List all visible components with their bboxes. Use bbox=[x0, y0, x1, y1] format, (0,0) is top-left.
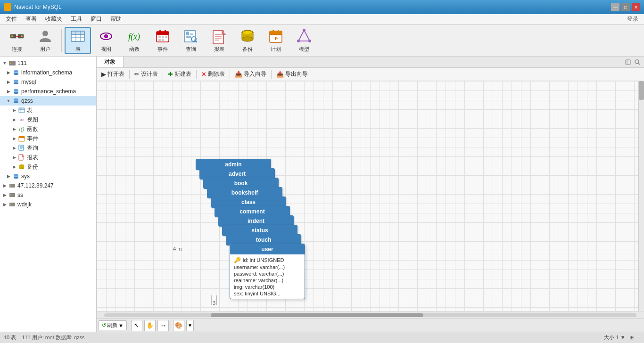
menu-window[interactable]: 窗口 bbox=[87, 14, 106, 24]
toolbar-event-button[interactable]: 事件 bbox=[149, 27, 176, 54]
sidebar-item-sys[interactable]: ▶ sys bbox=[0, 172, 96, 181]
sidebar-item-47112[interactable]: ▶ 47.112.39.247 bbox=[0, 181, 96, 190]
arrow-sys[interactable]: ▶ bbox=[6, 173, 11, 179]
svg-rect-17 bbox=[157, 32, 169, 35]
sidebar-item-qzss-view[interactable]: ▶ ∞ 视图 bbox=[0, 115, 96, 124]
toolbar-view-button[interactable]: 视图 bbox=[93, 27, 119, 54]
er-table-user[interactable]: user 🔑 id: int UNSIGNED username: varcha… bbox=[230, 244, 305, 299]
move-tool-button[interactable]: ↔ bbox=[157, 320, 169, 331]
arrow-info-schema[interactable]: ▶ bbox=[6, 70, 11, 75]
arrow-qzss-query[interactable]: ▶ bbox=[11, 145, 17, 151]
toolbar-schedule-button[interactable]: 计划 bbox=[263, 27, 289, 54]
field-img-text: img: varchar(100) bbox=[234, 284, 274, 290]
minimize-button[interactable]: — bbox=[611, 3, 619, 11]
export-wizard-button[interactable]: 📤 导出向导 bbox=[273, 69, 311, 79]
scrollbar-thumb[interactable] bbox=[211, 313, 424, 317]
new-table-button[interactable]: ✚ 新建表 bbox=[165, 69, 194, 79]
er-note-4m: 4 m bbox=[173, 246, 182, 252]
sidebar-item-information-schema[interactable]: ▶ information_schema bbox=[0, 68, 96, 77]
er-field-username: username: varchar(...) bbox=[234, 264, 301, 270]
sec-sep-2 bbox=[163, 70, 163, 79]
import-wizard-button[interactable]: 📥 导入向导 bbox=[232, 69, 269, 79]
menu-login[interactable]: 登录 bbox=[627, 15, 642, 23]
er-scrollbar-vertical[interactable] bbox=[638, 81, 644, 311]
svg-point-85 bbox=[10, 195, 11, 196]
sidebar-item-ss[interactable]: ▶ ss bbox=[0, 190, 96, 200]
refresh-dropdown-arrow: ▼ bbox=[118, 323, 124, 328]
menu-help[interactable]: 帮助 bbox=[107, 14, 125, 24]
color-dropdown-button[interactable]: ▼ bbox=[186, 320, 194, 331]
cursor-tool-button[interactable]: ↖ bbox=[131, 320, 142, 331]
toolbar-model-button[interactable]: 模型 bbox=[291, 27, 317, 54]
sec-sep-1 bbox=[129, 70, 130, 79]
close-button[interactable]: ✕ bbox=[632, 3, 640, 11]
sidebar-item-qzss-report[interactable]: ▶ 报表 bbox=[0, 153, 96, 162]
arrow-qzss-function[interactable]: ▶ bbox=[11, 126, 17, 132]
toolbar-model-label: 模型 bbox=[299, 46, 309, 53]
sec-sep-5 bbox=[271, 70, 272, 79]
er-scrollbar-thumb-v[interactable] bbox=[639, 81, 644, 100]
arrow-ss[interactable]: ▶ bbox=[2, 192, 8, 198]
tab-pin-button[interactable] bbox=[623, 57, 633, 67]
arrow-qzss-backup[interactable]: ▶ bbox=[11, 164, 17, 170]
menu-tools[interactable]: 工具 bbox=[67, 14, 86, 24]
arrow-wdsjk[interactable]: ▶ bbox=[2, 202, 8, 207]
arrow-qzss-table[interactable]: ▶ bbox=[11, 107, 17, 113]
scrollbar-track[interactable] bbox=[104, 313, 636, 317]
sidebar-item-qzss-table[interactable]: ▶ 表 bbox=[0, 106, 96, 115]
arrow-47112[interactable]: ▶ bbox=[2, 183, 8, 188]
er-field-password: password: varchar(...) bbox=[234, 270, 301, 277]
sidebar-item-performance-schema[interactable]: ▶ performance_schema bbox=[0, 87, 96, 96]
design-table-button[interactable]: ✏ 设计表 bbox=[132, 69, 161, 79]
menu-favorites[interactable]: 收藏夹 bbox=[41, 14, 66, 24]
sidebar-item-server-111[interactable]: ▼ 111 bbox=[0, 58, 96, 68]
sidebar-item-qzss-function[interactable]: ▶ f() 函数 bbox=[0, 124, 96, 134]
sidebar-item-wdsjk[interactable]: ▶ wdsjk bbox=[0, 200, 96, 209]
content-scrollbar-h[interactable] bbox=[97, 311, 644, 318]
table-icon-qzss bbox=[18, 106, 25, 114]
qzss-query-label: 查询 bbox=[27, 144, 38, 152]
toolbar-table-label: 表 bbox=[75, 46, 81, 53]
toolbar-query-button[interactable]: 查询 bbox=[178, 27, 204, 54]
open-table-button[interactable]: ▶ 打开表 bbox=[99, 69, 127, 79]
arrow-qzss[interactable]: ▼ bbox=[6, 98, 11, 104]
color-tool-button[interactable]: 🎨 bbox=[173, 320, 184, 331]
sidebar-item-qzss[interactable]: ▼ qzss bbox=[0, 96, 96, 106]
grid-view-icon[interactable]: ⊞ bbox=[629, 335, 634, 341]
title-bar-controls[interactable]: — □ ✕ bbox=[611, 3, 640, 11]
toolbar-backup-button[interactable]: 备份 bbox=[234, 27, 261, 54]
menu-file[interactable]: 文件 bbox=[2, 14, 21, 24]
sidebar-item-mysql[interactable]: ▶ mysql bbox=[0, 77, 96, 87]
svg-line-91 bbox=[638, 63, 640, 65]
sidebar-item-qzss-query[interactable]: ▶ 查询 bbox=[0, 143, 96, 153]
toolbar-table-button[interactable]: 表 bbox=[65, 27, 91, 54]
table-icon bbox=[69, 28, 86, 45]
hand-tool-button[interactable]: ✋ bbox=[144, 320, 156, 331]
tab-search-button[interactable] bbox=[633, 57, 642, 67]
toolbar-connect-button[interactable]: 连接 bbox=[4, 27, 30, 54]
toolbar-function-button[interactable]: f(x) 函数 bbox=[121, 27, 148, 54]
delete-table-button[interactable]: ✕ 删除表 bbox=[198, 69, 228, 79]
menu-bar: 文件 查看 收藏夹 工具 窗口 帮助 登录 bbox=[0, 14, 644, 24]
tab-object[interactable]: 对象 bbox=[97, 57, 124, 67]
arrow-qzss-report[interactable]: ▶ bbox=[11, 155, 17, 160]
er-diagram-area[interactable]: admin advert book bookshelf class commen… bbox=[97, 81, 644, 311]
sidebar-item-qzss-backup[interactable]: ▶ 备份 bbox=[0, 162, 96, 172]
function-icon: f(x) bbox=[126, 28, 143, 45]
refresh-button[interactable]: ↺ 刷新 ▼ bbox=[99, 320, 127, 330]
menu-view[interactable]: 查看 bbox=[22, 14, 41, 24]
arrow-qzss-view[interactable]: ▶ bbox=[11, 117, 17, 122]
collapse-arrow-111[interactable]: ▼ bbox=[2, 60, 8, 66]
toolbar-user-button[interactable]: 用户 bbox=[32, 27, 58, 54]
maximize-button[interactable]: □ bbox=[621, 3, 630, 11]
toolbar-report-button[interactable]: 报表 bbox=[206, 27, 232, 54]
arrow-mysql[interactable]: ▶ bbox=[6, 79, 11, 85]
arrow-qzss-event[interactable]: ▶ bbox=[11, 136, 17, 141]
arrow-perf-schema[interactable]: ▶ bbox=[6, 89, 11, 94]
sidebar-item-qzss-event[interactable]: ▶ 事件 bbox=[0, 134, 96, 143]
title-bar-text: Navicat for MySQL bbox=[14, 4, 62, 10]
qzss-view-label: 视图 bbox=[27, 116, 38, 124]
list-view-icon[interactable]: ≡ bbox=[637, 335, 640, 341]
svg-point-58 bbox=[14, 82, 18, 84]
zoom-label[interactable]: 大小 1 ▼ bbox=[604, 334, 625, 341]
